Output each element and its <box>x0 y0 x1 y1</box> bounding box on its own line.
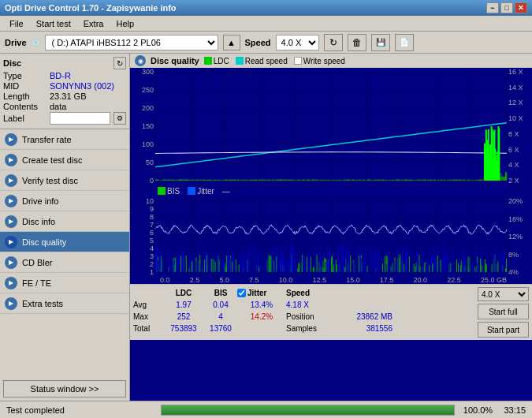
main-content: Disc ↻ Type BD-R MID SONYNN3 (002) Lengt… <box>0 54 532 401</box>
stats-section: LDC BIS Jitter Speed Avg 1.97 0.04 13.4%… <box>130 284 532 340</box>
transfer-rate-label: Transfer rate <box>22 135 72 144</box>
disc-quality-header: ◉ Disc quality LDC Read speed Write spee… <box>130 54 532 68</box>
type-label: Type <box>3 71 47 80</box>
burn-icon[interactable]: 💾 <box>371 34 390 51</box>
legend-bis-label: BIS <box>167 187 180 196</box>
legend-write-speed-color <box>294 57 302 65</box>
contents-label: Contents <box>3 102 47 111</box>
transfer-rate-icon: ▶ <box>5 133 17 146</box>
header-speed: Speed <box>286 289 337 297</box>
disc-info-label: Disc info <box>22 217 55 226</box>
sidebar-item-create-test-disc[interactable]: ▶ Create test disc <box>0 150 129 170</box>
stats-max-row: Max 252 4 14.2% Position 23862 MB <box>133 311 474 323</box>
start-full-button[interactable]: Start full <box>478 304 529 319</box>
x-label-5: 5.0 <box>219 276 229 284</box>
legend-read-speed-label: Read speed <box>245 57 288 65</box>
disc-quality-label: Disc quality <box>22 237 66 247</box>
stats-speed-select[interactable]: 4.0 X <box>478 287 529 301</box>
legend-bis: BIS <box>158 187 180 196</box>
verify-test-disc-icon: ▶ <box>5 174 17 187</box>
stats-header-row: LDC BIS Jitter Speed <box>133 287 474 299</box>
bis-chart <box>130 197 532 276</box>
speed-label: Speed <box>245 38 271 47</box>
menu-start-test[interactable]: Start test <box>30 17 77 30</box>
menu-help[interactable]: Help <box>110 17 140 30</box>
sidebar-item-verify-test-disc[interactable]: ▶ Verify test disc <box>0 170 129 191</box>
speed-select[interactable]: 4.0 X <box>276 35 319 50</box>
drive-icon: 💿 <box>32 39 40 47</box>
progress-bar-container <box>161 405 455 416</box>
x-label-2.5: 2.5 <box>190 276 200 284</box>
header-bis: BIS <box>204 289 237 297</box>
start-part-button[interactable]: Start part <box>478 322 529 338</box>
menu-extra[interactable]: Extra <box>77 17 110 30</box>
progress-text: 100.0% <box>458 405 497 415</box>
status-window-button[interactable]: Status window >> <box>3 380 126 397</box>
fe-te-icon: ▶ <box>5 277 17 289</box>
avg-bis: 0.04 <box>204 300 237 309</box>
sidebar-item-disc-info[interactable]: ▶ Disc info <box>0 211 129 232</box>
x-label-0: 0.0 <box>160 276 170 284</box>
disc-refresh-button[interactable]: ↻ <box>113 57 126 69</box>
menu-bar: File Start test Extra Help <box>0 16 532 32</box>
x-label-25: 25.0 GB <box>481 276 507 284</box>
sidebar-item-disc-quality[interactable]: ▶ Disc quality <box>0 232 129 252</box>
refresh-icon[interactable]: ↻ <box>324 34 343 51</box>
stats-total-row: Total 753893 13760 Samples 381556 <box>133 323 474 334</box>
legend-jitter: Jitter <box>188 187 214 196</box>
legend-ldc: LDC <box>204 57 229 65</box>
label-label: Label <box>3 114 47 123</box>
app-title: Opti Drive Control 1.70 - Zapisywanie in… <box>5 3 177 13</box>
x-label-10: 10.0 <box>279 276 293 284</box>
time-text: 33:15 <box>497 405 532 415</box>
stats-table: LDC BIS Jitter Speed Avg 1.97 0.04 13.4%… <box>133 287 474 338</box>
progress-bar-fill <box>162 405 454 415</box>
maximize-button[interactable]: □ <box>500 2 513 13</box>
verify-test-disc-label: Verify test disc <box>22 176 78 185</box>
sidebar-item-drive-info[interactable]: ▶ Drive info <box>0 191 129 211</box>
sidebar-item-transfer-rate[interactable]: ▶ Transfer rate <box>0 129 129 150</box>
extra-tests-icon: ▶ <box>5 297 17 310</box>
x-label-7.5: 7.5 <box>249 276 259 284</box>
x-label-20: 20.0 <box>414 276 428 284</box>
total-bis: 13760 <box>204 324 237 333</box>
fe-te-label: FE / TE <box>22 278 51 288</box>
sidebar-item-fe-te[interactable]: ▶ FE / TE <box>0 273 129 293</box>
sidebar-menu: ▶ Transfer rate ▶ Create test disc ▶ Ver… <box>0 129 129 314</box>
length-label: Length <box>3 91 47 101</box>
x-label-22.5: 22.5 <box>447 276 461 284</box>
drive-select[interactable]: ( D:) ATAPI iHBS112 2 PL06 <box>45 35 218 50</box>
avg-speed-value: 4.18 X <box>286 300 309 309</box>
max-speed-label: Position <box>286 312 337 321</box>
sidebar-item-cd-bler[interactable]: ▶ CD Bler <box>0 252 129 273</box>
jitter-dash: — <box>222 187 230 196</box>
legend-bis-color <box>158 187 166 195</box>
label-input[interactable] <box>50 112 110 125</box>
x-axis-labels: 0.0 2.5 5.0 7.5 10.0 12.5 15.0 17.5 20.0… <box>130 276 532 284</box>
drive-eject-button[interactable]: ▲ <box>223 35 240 50</box>
create-test-disc-label: Create test disc <box>22 155 82 165</box>
jitter-checkbox[interactable] <box>237 289 246 297</box>
minimize-button[interactable]: − <box>486 2 499 13</box>
max-label: Max <box>133 312 163 321</box>
create-test-disc-icon: ▶ <box>5 154 17 166</box>
close-button[interactable]: ✕ <box>515 2 527 13</box>
sidebar-item-extra-tests[interactable]: ▶ Extra tests <box>0 293 129 314</box>
type-value: BD-R <box>50 71 71 80</box>
cd-bler-label: CD Bler <box>22 258 53 267</box>
title-bar: Opti Drive Control 1.70 - Zapisywanie in… <box>0 0 532 16</box>
drive-bar: Drive 💿 ( D:) ATAPI iHBS112 2 PL06 ▲ Spe… <box>0 32 532 54</box>
disc-quality-icon: ▶ <box>5 236 17 248</box>
disc-quality-title: Disc quality <box>151 56 199 65</box>
legend-write-speed: Write speed <box>294 57 345 65</box>
label-settings-button[interactable]: ⚙ <box>113 112 126 125</box>
drive-info-label: Drive info <box>22 196 58 206</box>
menu-file[interactable]: File <box>3 17 30 30</box>
speed-buttons: 4.0 X Start full Start part <box>478 287 529 338</box>
header-jitter: Jitter <box>237 289 286 297</box>
x-label-15: 15.0 <box>346 276 360 284</box>
save-icon[interactable]: 📄 <box>395 34 414 51</box>
avg-jitter: 13.4% <box>237 300 286 309</box>
erase-icon[interactable]: 🗑 <box>348 34 366 51</box>
contents-value: data <box>50 102 66 111</box>
